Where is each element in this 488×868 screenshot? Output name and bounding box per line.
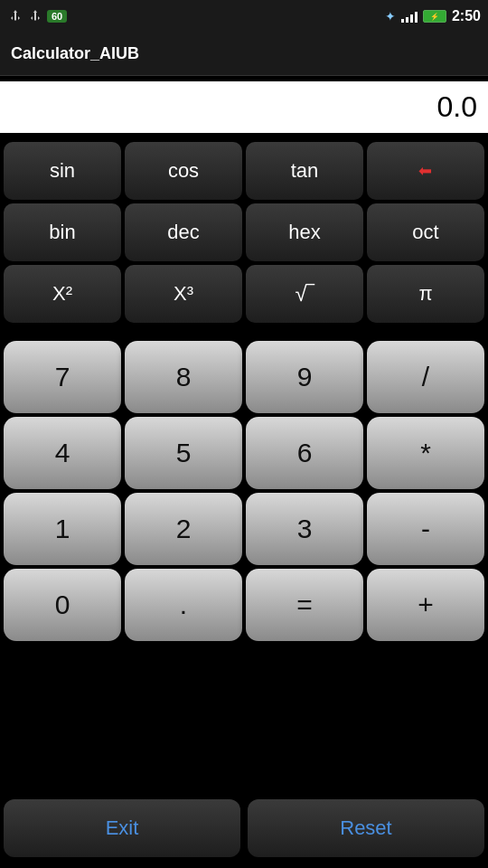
divide-button[interactable]: / <box>367 341 484 413</box>
backspace-button[interactable]: ⬅ <box>367 142 484 200</box>
four-button[interactable]: 4 <box>4 417 121 489</box>
cos-button[interactable]: cos <box>125 142 242 200</box>
sin-button[interactable]: sin <box>4 142 121 200</box>
oct-button[interactable]: oct <box>367 203 484 261</box>
battery-level-badge: 60 <box>47 10 67 23</box>
five-button[interactable]: 5 <box>125 417 242 489</box>
numpad-row-1: 7 8 9 / <box>4 341 484 413</box>
numpad-row-3: 1 2 3 - <box>4 493 484 565</box>
multiply-button[interactable]: * <box>367 417 484 489</box>
title-bar: Calculator_AIUB <box>0 33 488 76</box>
calculator-body: sin cos tan ⬅ bin dec hex oct X² X³ √‾ π… <box>0 138 488 792</box>
bin-button[interactable]: bin <box>4 203 121 261</box>
status-right: ✦ ⚡ 2:50 <box>385 8 481 24</box>
one-button[interactable]: 1 <box>4 493 121 565</box>
zero-button[interactable]: 0 <box>4 569 121 641</box>
usb1-icon <box>7 8 23 24</box>
status-left: 60 <box>7 8 67 24</box>
function-row-1: sin cos tan ⬅ <box>4 142 484 200</box>
math-function-row: X² X³ √‾ π <box>4 265 484 323</box>
status-time: 2:50 <box>452 8 481 24</box>
x3-button[interactable]: X³ <box>125 265 242 323</box>
bottom-bar: Exit Reset <box>0 792 488 868</box>
app-title: Calculator_AIUB <box>11 44 139 63</box>
eight-button[interactable]: 8 <box>125 341 242 413</box>
exit-button[interactable]: Exit <box>4 799 240 857</box>
display-screen: 0.0 <box>0 81 488 133</box>
sqrt-button[interactable]: √‾ <box>246 265 363 323</box>
dec-button[interactable]: dec <box>125 203 242 261</box>
pi-button[interactable]: π <box>367 265 484 323</box>
nine-button[interactable]: 9 <box>246 341 363 413</box>
numpad-row-4: 0 . = + <box>4 569 484 641</box>
tan-button[interactable]: tan <box>246 142 363 200</box>
usb2-icon <box>27 8 43 24</box>
plus-button[interactable]: + <box>367 569 484 641</box>
seven-button[interactable]: 7 <box>4 341 121 413</box>
spacer <box>4 326 484 341</box>
numpad-row-2: 4 5 6 * <box>4 417 484 489</box>
dot-button[interactable]: . <box>125 569 242 641</box>
network-icon: ✦ <box>385 9 396 24</box>
equals-button[interactable]: = <box>246 569 363 641</box>
signal-icon <box>401 10 418 23</box>
svg-text:⬅: ⬅ <box>418 162 432 180</box>
minus-button[interactable]: - <box>367 493 484 565</box>
six-button[interactable]: 6 <box>246 417 363 489</box>
status-bar: 60 ✦ ⚡ 2:50 <box>0 0 488 33</box>
three-button[interactable]: 3 <box>246 493 363 565</box>
battery-icon: ⚡ <box>423 10 446 23</box>
two-button[interactable]: 2 <box>125 493 242 565</box>
x2-button[interactable]: X² <box>4 265 121 323</box>
reset-button[interactable]: Reset <box>248 799 484 857</box>
number-base-row: bin dec hex oct <box>4 203 484 261</box>
hex-button[interactable]: hex <box>246 203 363 261</box>
